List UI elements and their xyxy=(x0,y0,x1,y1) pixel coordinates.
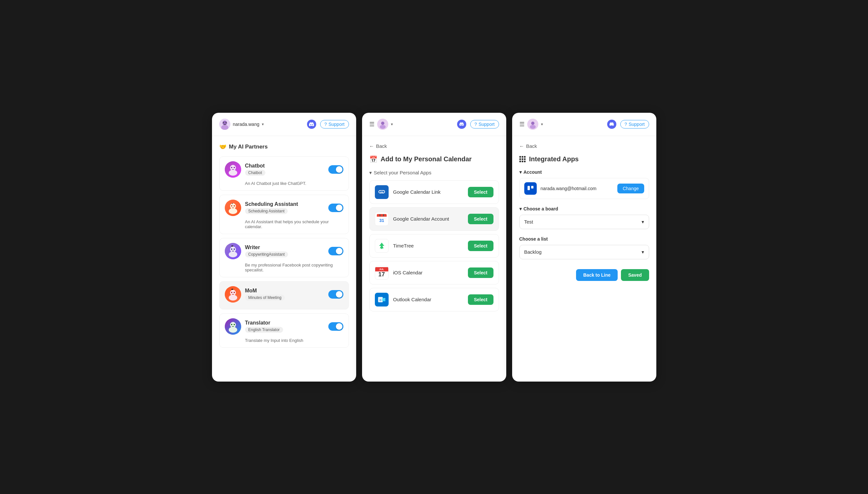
panel-3-body: ← Back Integrated Apps ▾ Account xyxy=(512,136,656,382)
scheduling-toggle[interactable] xyxy=(328,204,343,212)
app-item-timetree[interactable]: TimeTree Select xyxy=(369,234,499,258)
p3-support-button[interactable]: ? Support xyxy=(620,120,649,129)
svg-point-8 xyxy=(231,167,232,168)
p2-header-right: ? Support xyxy=(457,120,499,129)
p3-header-left: ☰ ▾ xyxy=(519,119,604,130)
svg-point-26 xyxy=(234,292,235,293)
gcal-account-name: Google Calendar Account xyxy=(393,216,463,222)
svg-point-9 xyxy=(234,167,235,168)
svg-point-14 xyxy=(234,205,235,207)
chatbot-name: Chatbot xyxy=(245,163,324,169)
svg-point-19 xyxy=(231,248,232,250)
scheduling-desc: An AI Assistant that helps you schedule … xyxy=(225,219,343,229)
writer-toggle[interactable] xyxy=(328,247,343,255)
header-right: ? Support xyxy=(307,120,349,129)
svg-rect-56 xyxy=(531,186,533,189)
account-email: narada.wang@hotmail.com xyxy=(541,186,614,191)
ai-item-chatbot[interactable]: Chatbot Chatbot An AI Chatbot just like … xyxy=(219,156,349,191)
p3-hamburger-icon[interactable]: ☰ xyxy=(519,121,525,128)
p3-discord-icon[interactable] xyxy=(607,120,616,129)
discord-icon[interactable] xyxy=(307,120,316,129)
p2-subsection-title: ▾ Select your Personal Apps xyxy=(369,170,499,176)
ai-item-translator[interactable]: Translator English Translator Translate … xyxy=(219,314,349,348)
change-button[interactable]: Change xyxy=(617,184,644,193)
svg-point-12 xyxy=(229,208,237,214)
svg-point-18 xyxy=(229,251,237,257)
svg-rect-55 xyxy=(528,186,530,190)
back-to-line-button[interactable]: Back to Line xyxy=(576,269,618,281)
svg-point-13 xyxy=(231,205,232,207)
chatbot-toggle[interactable] xyxy=(328,165,343,174)
board-value: Test xyxy=(524,219,533,225)
app-item-ios-cal[interactable]: JUL 17 iOS Calendar Select xyxy=(369,261,499,285)
writer-info: Writer CopywritingAssistant xyxy=(245,245,324,257)
support-label: Support xyxy=(328,121,344,127)
ios-cal-icon: JUL 17 xyxy=(375,266,389,280)
mom-name: MoM xyxy=(245,288,324,294)
ios-cal-day: 17 xyxy=(378,271,385,278)
mom-toggle[interactable] xyxy=(328,290,343,299)
mom-badge: Minutes of Meeting xyxy=(245,295,285,301)
app-item-gcal-link[interactable]: Google Calendar Link Select xyxy=(369,180,499,204)
board-dropdown-chevron-icon: ▾ xyxy=(642,219,644,225)
support-button[interactable]: ? Support xyxy=(320,120,349,129)
list-label: Choose a list xyxy=(519,236,649,242)
svg-point-7 xyxy=(229,170,237,176)
mom-avatar xyxy=(225,286,241,303)
timetree-icon xyxy=(375,239,389,253)
translator-toggle[interactable] xyxy=(328,322,343,331)
ai-item-mom[interactable]: MoM Minutes of Meeting xyxy=(219,281,349,309)
p2-back-button[interactable]: ← Back xyxy=(369,143,499,149)
list-dropdown[interactable]: Backlog ▾ xyxy=(519,245,649,259)
scheduling-info: Scheduling Assistant Scheduling Assistan… xyxy=(245,201,324,214)
p3-support-icon: ? xyxy=(625,121,627,127)
svg-point-35 xyxy=(380,125,386,129)
action-buttons: Back to Line Saved xyxy=(519,269,649,281)
panel-2: ☰ ▾ ? Support ← Ba xyxy=(362,113,506,382)
gcal-link-select-button[interactable]: Select xyxy=(468,187,493,197)
p2-page-title: 📅 Add to My Personal Calendar xyxy=(369,155,499,163)
p3-page-title: Integrated Apps xyxy=(519,155,649,163)
timetree-name: TimeTree xyxy=(393,243,463,248)
calendar-icon: 📅 xyxy=(369,155,377,163)
saved-button[interactable]: Saved xyxy=(621,269,649,281)
translator-name: Translator xyxy=(245,320,324,326)
app-item-gcal-account[interactable]: 31 Google Calendar Account Select xyxy=(369,207,499,231)
list-value: Backlog xyxy=(524,249,541,255)
svg-point-32 xyxy=(234,324,235,325)
p2-header-left: ☰ ▾ xyxy=(369,119,454,130)
board-chevron-icon: ▾ xyxy=(519,206,522,211)
board-dropdown[interactable]: Test ▾ xyxy=(519,215,649,229)
ai-item-scheduling[interactable]: Scheduling Assistant Scheduling Assistan… xyxy=(219,195,349,234)
p3-chevron-icon[interactable]: ▾ xyxy=(541,122,543,127)
list-dropdown-chevron-icon: ▾ xyxy=(642,249,644,255)
account-chevron-icon: ▾ xyxy=(519,170,522,175)
p2-chevron-icon[interactable]: ▾ xyxy=(391,122,393,127)
username-label: narada.wang xyxy=(233,121,259,127)
p2-support-icon: ? xyxy=(474,121,477,127)
board-label: ▾ Choose a board xyxy=(519,206,649,211)
ai-item-writer[interactable]: Writer CopywritingAssistant Be my profes… xyxy=(219,238,349,277)
hamburger-icon[interactable]: ☰ xyxy=(369,121,375,128)
timetree-select-button[interactable]: Select xyxy=(468,241,493,251)
p2-support-button[interactable]: ? Support xyxy=(470,120,499,129)
p3-back-button[interactable]: ← Back xyxy=(519,143,649,149)
outlook-icon: O xyxy=(375,293,389,306)
gcal-account-select-button[interactable]: Select xyxy=(468,214,493,224)
scheduling-avatar xyxy=(225,200,241,216)
chatbot-avatar xyxy=(225,161,241,178)
panel-2-header: ☰ ▾ ? Support xyxy=(362,113,506,136)
app-item-outlook[interactable]: O Outlook Calendar Select xyxy=(369,288,499,311)
mom-info: MoM Minutes of Meeting xyxy=(245,288,324,301)
outlook-select-button[interactable]: Select xyxy=(468,294,493,305)
ios-cal-name: iOS Calendar xyxy=(393,270,463,276)
trello-icon xyxy=(524,182,537,195)
p3-support-label: Support xyxy=(629,121,645,127)
svg-rect-43 xyxy=(379,214,380,216)
svg-point-3 xyxy=(223,122,224,123)
p3-back-arrow-icon: ← xyxy=(519,143,524,149)
p2-discord-icon[interactable] xyxy=(457,120,466,129)
ios-cal-select-button[interactable]: Select xyxy=(468,267,493,278)
gcal-link-name: Google Calendar Link xyxy=(393,189,463,195)
chevron-down-icon[interactable]: ▾ xyxy=(262,122,264,127)
